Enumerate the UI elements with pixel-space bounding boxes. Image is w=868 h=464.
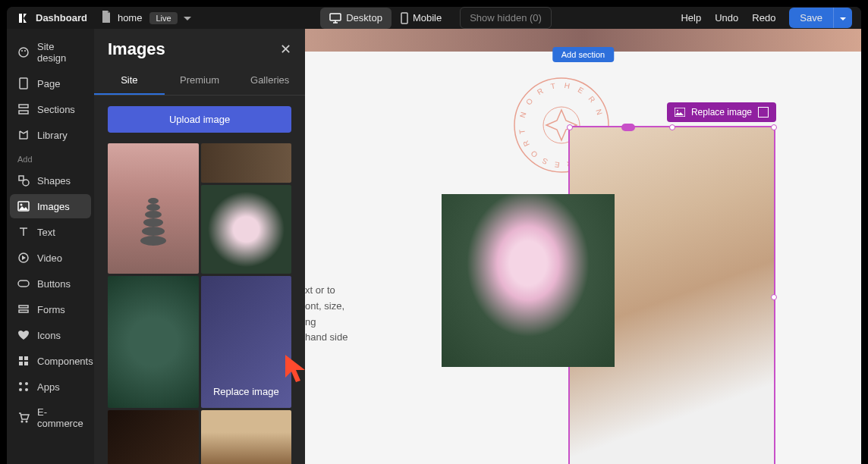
sidebar-ecommerce[interactable]: E-commerce xyxy=(10,400,91,435)
palette-icon xyxy=(17,46,30,58)
svg-point-3 xyxy=(21,50,23,52)
crop-icon[interactable] xyxy=(758,107,769,118)
tab-site[interactable]: Site xyxy=(94,67,165,95)
lotus-image[interactable] xyxy=(442,194,615,367)
text-icon xyxy=(17,226,30,238)
mobile-toggle[interactable]: Mobile xyxy=(392,8,451,29)
app-logo-icon xyxy=(16,11,30,25)
sidebar-site-design[interactable]: Site design xyxy=(10,35,91,70)
sidebar-shapes[interactable]: Shapes xyxy=(10,168,91,193)
sidebar-label: E-commerce xyxy=(37,406,83,429)
sidebar-icons[interactable]: Icons xyxy=(10,323,91,347)
sidebar-apps[interactable]: Apps xyxy=(10,375,91,399)
text-line: hand side xyxy=(305,330,348,346)
sidebar-page[interactable]: Page xyxy=(10,71,91,96)
svg-point-21 xyxy=(25,382,28,385)
svg-rect-15 xyxy=(19,310,28,312)
close-panel-button[interactable]: ✕ xyxy=(280,41,291,58)
svg-point-25 xyxy=(26,421,28,423)
mobile-label: Mobile xyxy=(413,12,442,24)
svg-point-31 xyxy=(677,110,678,111)
sidebar-label: Library xyxy=(37,130,68,141)
tab-premium[interactable]: Premium xyxy=(165,67,235,95)
gallery-thumb[interactable] xyxy=(108,410,199,464)
sidebar-images[interactable]: Images xyxy=(10,194,91,218)
add-section-button[interactable]: Add section xyxy=(552,47,614,62)
gallery-thumb[interactable] xyxy=(201,143,292,183)
body-text: xt or to ont, size, ng hand side xyxy=(305,283,348,346)
save-button[interactable]: Save xyxy=(789,8,833,28)
svg-rect-30 xyxy=(675,108,685,117)
apps-icon xyxy=(17,381,30,393)
upload-image-button[interactable]: Upload image xyxy=(108,106,291,133)
svg-rect-8 xyxy=(19,176,24,180)
show-hidden-button[interactable]: Show hidden (0) xyxy=(460,7,552,29)
resize-handle[interactable] xyxy=(771,124,777,130)
images-panel: Images ✕ Site Premium Galleries Upload i… xyxy=(94,29,305,464)
document-icon xyxy=(101,11,112,25)
sidebar-label: Page xyxy=(37,78,60,89)
text-line: ont, size, xyxy=(305,299,348,315)
tab-galleries[interactable]: Galleries xyxy=(234,67,305,95)
buttons-icon xyxy=(17,277,30,290)
resize-handle[interactable] xyxy=(669,124,675,130)
live-badge: Live xyxy=(149,12,177,24)
components-icon xyxy=(17,355,30,367)
sidebar-label: Buttons xyxy=(37,278,71,290)
left-sidebar: Site design Page Sections Library Add Sh… xyxy=(7,29,94,464)
gallery-thumb[interactable] xyxy=(108,143,199,274)
svg-point-11 xyxy=(20,204,23,206)
text-line: xt or to xyxy=(305,283,348,299)
page-dropdown-icon[interactable] xyxy=(184,12,191,24)
svg-rect-5 xyxy=(20,78,27,89)
stones-decoration xyxy=(138,198,168,259)
dashboard-link[interactable]: Dashboard xyxy=(36,12,87,24)
images-icon xyxy=(17,200,30,212)
sidebar-sections[interactable]: Sections xyxy=(10,97,91,121)
library-icon xyxy=(17,129,30,141)
shapes-icon xyxy=(17,174,30,187)
sidebar-components[interactable]: Components xyxy=(10,349,91,373)
save-dropdown[interactable] xyxy=(833,8,852,28)
gallery-thumb[interactable] xyxy=(201,410,292,464)
svg-rect-18 xyxy=(19,362,23,365)
image-icon xyxy=(675,108,685,117)
panel-tabs: Site Premium Galleries xyxy=(94,67,305,96)
svg-point-24 xyxy=(21,421,24,423)
sidebar-forms[interactable]: Forms xyxy=(10,297,91,321)
sidebar-video[interactable]: Video xyxy=(10,246,91,270)
gallery-thumb-hover[interactable]: Replace image xyxy=(201,276,292,408)
resize-handle[interactable] xyxy=(771,294,777,300)
undo-button[interactable]: Undo xyxy=(715,12,738,24)
desktop-label: Desktop xyxy=(346,12,382,24)
sidebar-label: Apps xyxy=(37,381,60,393)
sidebar-buttons[interactable]: Buttons xyxy=(10,271,91,296)
svg-rect-6 xyxy=(19,105,28,108)
sidebar-label: Site design xyxy=(37,41,83,64)
resize-handle[interactable] xyxy=(567,124,573,130)
rotate-handle[interactable] xyxy=(621,124,635,131)
svg-rect-13 xyxy=(18,281,29,287)
gallery-thumb[interactable] xyxy=(108,276,199,408)
mobile-icon xyxy=(401,12,408,24)
device-toggle: Desktop Mobile xyxy=(320,8,451,29)
svg-rect-19 xyxy=(24,362,28,365)
redo-button[interactable]: Redo xyxy=(752,12,775,24)
svg-text:N O R T H E R N: N O R T H E R N xyxy=(518,81,605,119)
svg-rect-16 xyxy=(19,356,23,360)
replace-image-hover-label: Replace image xyxy=(213,386,279,397)
forms-icon xyxy=(17,303,30,315)
gallery-thumb[interactable] xyxy=(201,185,292,274)
page-name[interactable]: home xyxy=(118,12,143,24)
svg-rect-17 xyxy=(24,356,28,360)
sidebar-label: Forms xyxy=(37,304,65,315)
replace-image-label[interactable]: Replace image xyxy=(691,107,752,118)
sidebar-library[interactable]: Library xyxy=(10,123,91,147)
sidebar-text[interactable]: Text xyxy=(10,220,91,244)
help-link[interactable]: Help xyxy=(681,12,701,24)
svg-point-2 xyxy=(19,48,28,57)
design-canvas[interactable]: Add section N O R T H E R N S P A & R E … xyxy=(305,29,861,464)
image-gallery: Replace image xyxy=(94,143,305,464)
svg-point-9 xyxy=(23,180,29,186)
desktop-toggle[interactable]: Desktop xyxy=(320,8,392,29)
